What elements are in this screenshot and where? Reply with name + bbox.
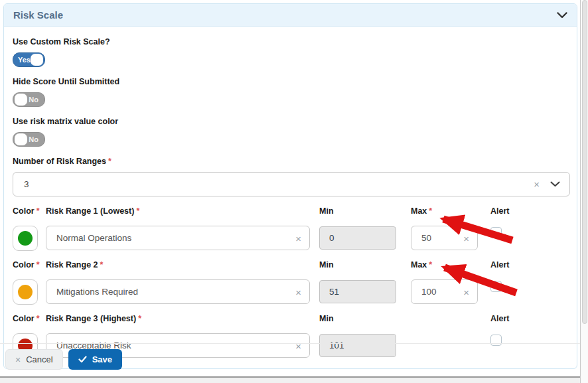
toggle-state-label: No xyxy=(29,135,38,143)
min-column-label: Min xyxy=(319,206,396,216)
clear-icon[interactable]: × xyxy=(463,287,469,297)
risk-range-1-label: Risk Range 1 (Lowest)* xyxy=(46,206,310,216)
max-field: × xyxy=(411,226,478,250)
risk-range-3-label: Risk Range 3 (Highest)* xyxy=(46,314,310,323)
cancel-button-label: Cancel xyxy=(26,354,52,364)
num-ranges-label: Number of Risk Ranges* xyxy=(13,157,568,166)
required-asterisk: * xyxy=(100,260,104,269)
hide-score-toggle[interactable]: No xyxy=(13,92,45,107)
footer-actions: × Cancel Save xyxy=(5,349,122,370)
color-column-label: Color* xyxy=(13,314,38,323)
color-column-label: Color* xyxy=(13,206,38,216)
checkmark-icon xyxy=(78,356,87,363)
scrollbar-thumb[interactable] xyxy=(582,0,587,324)
risk-range-3-labels: Color* Risk Range 3 (Highest)* Min Alert xyxy=(13,314,568,329)
chevron-down-icon[interactable] xyxy=(550,181,560,187)
risk-scale-panel: Risk Scale Use Custom Risk Scale? Yes Hi… xyxy=(3,3,577,369)
alert-checkbox[interactable] xyxy=(490,335,502,346)
save-button-label: Save xyxy=(92,354,112,364)
toggle-knob xyxy=(15,94,27,106)
range-name-field: × xyxy=(46,226,310,250)
hide-score-label: Hide Score Until Submitted xyxy=(13,77,568,86)
chevron-down-icon[interactable] xyxy=(557,12,567,19)
risk-scale-page: Risk Scale Use Custom Risk Scale? Yes Hi… xyxy=(0,0,588,383)
footer-divider xyxy=(0,343,588,344)
min-column-label: Min xyxy=(319,260,396,269)
range-name-field: × xyxy=(46,279,310,304)
range-name-input[interactable] xyxy=(46,280,309,303)
min-field xyxy=(319,226,396,250)
num-ranges-select[interactable]: 3 × xyxy=(13,172,570,196)
max-column-label: Max* xyxy=(411,206,478,216)
required-asterisk: * xyxy=(429,260,432,269)
next-section-edge xyxy=(0,376,580,383)
risk-range-1-labels: Color* Risk Range 1 (Lowest)* Min Max* A… xyxy=(13,206,568,222)
range-name-input[interactable] xyxy=(46,226,309,250)
required-asterisk: * xyxy=(138,314,141,323)
min-input xyxy=(319,226,396,250)
num-ranges-value: 3 xyxy=(24,179,29,189)
toggle-state-label: Yes xyxy=(18,56,31,64)
clear-icon[interactable]: × xyxy=(295,233,301,243)
matrix-color-label: Use risk matrix value color xyxy=(13,117,568,126)
vertical-scrollbar[interactable] xyxy=(580,0,588,383)
color-swatch-button[interactable] xyxy=(13,279,38,305)
save-button[interactable]: Save xyxy=(68,349,122,370)
toggle-knob xyxy=(31,54,43,66)
min-input xyxy=(319,280,396,303)
max-column-label: Max* xyxy=(411,260,478,269)
panel-title: Risk Scale xyxy=(13,9,63,21)
custom-risk-scale-label: Use Custom Risk Scale? xyxy=(13,37,568,46)
clear-icon[interactable]: × xyxy=(534,179,540,189)
required-asterisk: * xyxy=(136,206,139,216)
panel-body: Use Custom Risk Scale? Yes Hide Score Un… xyxy=(4,27,577,368)
matrix-color-toggle[interactable]: No xyxy=(13,132,45,147)
alert-checkbox[interactable] xyxy=(490,227,502,238)
color-dot xyxy=(18,285,33,299)
min-field xyxy=(319,280,396,303)
clear-icon[interactable]: × xyxy=(463,233,469,243)
color-dot xyxy=(18,231,33,246)
required-asterisk: * xyxy=(37,314,40,323)
clear-icon[interactable]: × xyxy=(295,287,301,297)
close-icon: × xyxy=(15,354,21,365)
risk-range-2-row: × × xyxy=(13,279,568,305)
required-asterisk: * xyxy=(108,157,111,166)
required-asterisk: * xyxy=(37,260,40,269)
clear-icon[interactable]: × xyxy=(295,341,301,350)
risk-range-1-row: × × xyxy=(13,226,568,251)
cancel-button[interactable]: × Cancel xyxy=(5,349,63,370)
toggle-knob xyxy=(15,133,27,145)
custom-risk-scale-toggle[interactable]: Yes xyxy=(13,52,45,67)
max-field: × xyxy=(411,279,478,304)
required-asterisk: * xyxy=(429,206,432,216)
alert-checkbox[interactable] xyxy=(490,281,502,292)
min-input xyxy=(319,334,396,357)
risk-range-2-label: Risk Range 2* xyxy=(46,260,310,269)
max-column-spacer xyxy=(411,314,478,323)
toggle-state-label: No xyxy=(29,96,38,104)
min-field xyxy=(319,334,396,357)
color-column-label: Color* xyxy=(13,260,38,269)
risk-range-2-labels: Color* Risk Range 2* Min Max* Alert xyxy=(13,260,568,275)
color-swatch-button[interactable] xyxy=(13,226,38,251)
required-asterisk: * xyxy=(37,206,40,216)
panel-header[interactable]: Risk Scale xyxy=(4,4,577,27)
min-column-label: Min xyxy=(319,314,396,323)
